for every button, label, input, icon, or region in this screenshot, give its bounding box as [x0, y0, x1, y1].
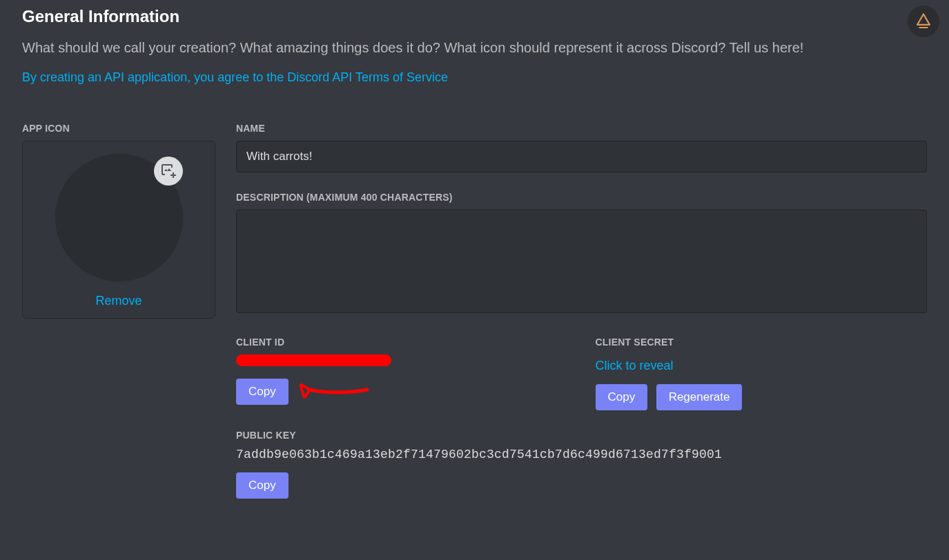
remove-appicon-link[interactable]: Remove	[95, 294, 141, 308]
server-avatar[interactable]	[908, 6, 939, 37]
clientid-redacted	[236, 354, 391, 366]
upload-badge[interactable]	[154, 157, 183, 186]
arrow-annotation-icon	[295, 374, 371, 402]
pyramid-icon	[914, 12, 932, 30]
publickey-label: PUBLIC KEY	[236, 430, 927, 441]
page-title: General Information	[22, 7, 927, 26]
name-input[interactable]	[236, 141, 927, 172]
description-input[interactable]	[236, 210, 927, 313]
publickey-value: 7addb9e063b1c469a13eb2f71479602bc3cd7541…	[236, 448, 927, 461]
appicon-panel[interactable]: Remove	[22, 141, 215, 319]
image-plus-icon	[160, 163, 177, 179]
description-label: DESCRIPTION (MAXIMUM 400 CHARACTERS)	[236, 192, 927, 203]
reveal-secret-link[interactable]: Click to reveal	[596, 359, 674, 373]
copy-clientid-button[interactable]: Copy	[236, 379, 288, 405]
copy-publickey-button[interactable]: Copy	[236, 472, 288, 499]
clientsecret-label: CLIENT SECRET	[596, 337, 928, 348]
tos-link[interactable]: By creating an API application, you agre…	[22, 70, 448, 85]
name-label: NAME	[236, 123, 927, 134]
appicon-label: APP ICON	[22, 123, 215, 134]
intro-text: What should we call your creation? What …	[22, 37, 919, 58]
clientid-label: CLIENT ID	[236, 337, 568, 348]
regenerate-secret-button[interactable]: Regenerate	[656, 384, 743, 410]
copy-secret-button[interactable]: Copy	[596, 384, 648, 410]
